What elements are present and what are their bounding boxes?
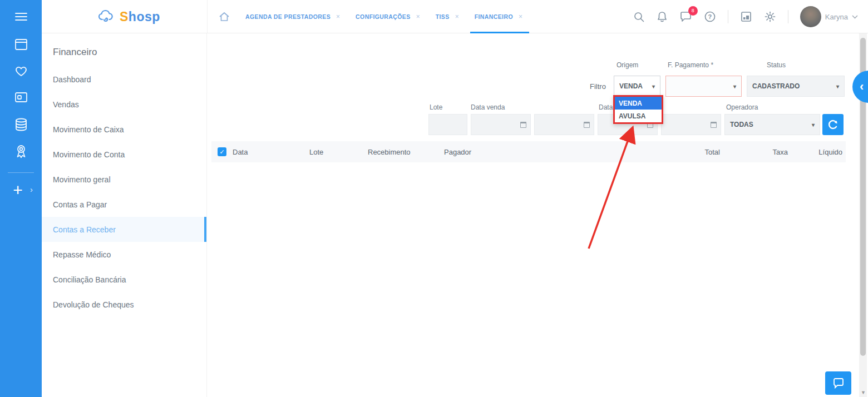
operadora-value: TODAS xyxy=(730,121,753,128)
close-icon[interactable]: × xyxy=(455,13,459,21)
origem-label: Origem xyxy=(617,61,638,69)
f-pagamento-label: F. Pagamento * xyxy=(668,61,713,69)
rail-divider xyxy=(8,172,34,173)
agenda-calendar-icon[interactable] xyxy=(0,35,42,54)
notifications-bell-icon[interactable] xyxy=(657,11,668,23)
operadora-label: Operadora xyxy=(726,103,758,111)
sidebar-item-conciliacao-bancaria[interactable]: Conciliação Bancária xyxy=(42,267,206,292)
topbar-actions: 8 ? Karyna xyxy=(633,0,858,33)
tab-label: AGENDA DE PRESTADORES xyxy=(245,13,331,20)
award-badge-icon[interactable] xyxy=(0,141,42,162)
tab-label: FINANCEIRO xyxy=(475,13,513,20)
column-header-liquido[interactable]: Líquido xyxy=(788,148,846,156)
operadora-select[interactable]: TODAS ▾ xyxy=(724,114,820,135)
heart-icon[interactable] xyxy=(0,61,42,80)
chat-badge: 8 xyxy=(688,6,698,16)
chat-messages-icon[interactable]: 8 xyxy=(679,11,692,23)
collapse-left-icon: ‹ xyxy=(860,80,864,94)
tab-financeiro[interactable]: FINANCEIRO × xyxy=(468,0,529,33)
reports-icon[interactable] xyxy=(740,11,752,23)
sidebar-item-contas-a-pagar[interactable]: Contas a Pagar xyxy=(42,192,206,217)
hamburger-menu-icon[interactable] xyxy=(0,8,42,26)
lote-label: Lote xyxy=(430,103,442,111)
tab-configuracoes[interactable]: CONFIGURAÇÕES × xyxy=(349,0,427,33)
origem-value: VENDA xyxy=(619,82,643,90)
tab-bar: AGENDA DE PRESTADORES × CONFIGURAÇÕES × … xyxy=(219,0,529,33)
help-icon[interactable]: ? xyxy=(704,11,716,23)
topbar: Shosp AGENDA DE PRESTADORES × CONFIGURAÇ… xyxy=(42,0,868,33)
avatar[interactable] xyxy=(800,6,821,27)
sidebar-item-contas-a-receber[interactable]: Contas a Receber xyxy=(42,217,206,242)
coins-stack-icon[interactable] xyxy=(0,115,42,135)
help-glyph: ? xyxy=(708,13,712,20)
divider xyxy=(728,10,728,23)
origem-dropdown-annotated: VENDA AVULSA xyxy=(613,95,663,124)
support-chat-button[interactable] xyxy=(825,371,851,395)
sidebar-item-movimento-de-caixa[interactable]: Movimento de Caixa xyxy=(42,117,206,142)
column-header-taxa[interactable]: Taxa xyxy=(720,148,788,156)
add-button[interactable]: + xyxy=(4,179,31,201)
sidebar-item-repasse-medico[interactable]: Repasse Médico xyxy=(42,242,206,267)
origem-select[interactable]: VENDA ▾ xyxy=(614,76,660,97)
data-venda-label: Data venda xyxy=(471,103,505,111)
main-content: Origem F. Pagamento * Status Filtro VEND… xyxy=(207,33,868,397)
sidebar-item-vendas[interactable]: Vendas xyxy=(42,92,206,117)
logo-text: Shosp xyxy=(120,9,160,24)
f-pagamento-select[interactable]: ▾ xyxy=(665,76,742,97)
close-icon[interactable]: × xyxy=(519,13,522,21)
column-header-data[interactable]: Data xyxy=(233,148,309,156)
column-header-lote[interactable]: Lote xyxy=(309,148,368,156)
divider xyxy=(788,10,788,23)
data-venda-start-input[interactable] xyxy=(471,114,531,135)
sidebar-item-movimento-geral[interactable]: Movimento geral xyxy=(42,167,206,192)
tab-tiss[interactable]: TISS × xyxy=(429,0,466,33)
tab-agenda-de-prestadores[interactable]: AGENDA DE PRESTADORES × xyxy=(239,0,347,33)
dropdown-option-venda[interactable]: VENDA xyxy=(615,97,662,110)
caret-down-icon: ▾ xyxy=(652,83,655,90)
data-venda-end-input[interactable] xyxy=(534,114,594,135)
collapse-panel-button[interactable]: ‹ xyxy=(852,71,868,103)
tab-label: TISS xyxy=(436,13,450,20)
tab-label: CONFIGURAÇÕES xyxy=(356,13,411,20)
calendar-icon xyxy=(711,122,717,128)
sidebar-title: Financeiro xyxy=(42,33,206,67)
filtro-label: Filtro xyxy=(590,82,606,91)
finance-sidebar: Financeiro Dashboard Vendas Movimento de… xyxy=(42,33,207,397)
data-pagamento-label: Data xyxy=(599,103,613,111)
lote-input[interactable] xyxy=(428,114,467,135)
user-menu[interactable]: Karyna xyxy=(800,6,858,27)
icon-rail: + › xyxy=(0,0,42,397)
status-value: CADASTRADO xyxy=(752,82,800,90)
calendar-icon xyxy=(520,122,526,128)
annotation-arrow xyxy=(569,117,652,256)
topbar-divider xyxy=(207,0,208,33)
caret-down-icon: ▾ xyxy=(812,122,815,128)
sidebar-item-dashboard[interactable]: Dashboard xyxy=(42,67,206,92)
column-header-recebimento[interactable]: Recebimento xyxy=(368,148,444,156)
column-header-total[interactable]: Total xyxy=(658,148,720,156)
card-payment-icon[interactable] xyxy=(0,88,42,107)
caret-down-icon: ▾ xyxy=(733,83,736,90)
caret-down-icon: ▾ xyxy=(836,83,839,90)
app-window: + › Shosp AGENDA DE PRESTADORES × CONFIG… xyxy=(0,0,868,397)
settings-gear-icon[interactable] xyxy=(764,11,776,23)
close-icon[interactable]: × xyxy=(416,13,420,21)
shosp-logo[interactable]: Shosp xyxy=(97,7,160,27)
scrollbar-down-arrow[interactable]: ▼ xyxy=(861,390,866,395)
chevron-down-icon xyxy=(852,15,858,19)
column-header-pagador[interactable]: Pagador xyxy=(444,148,658,156)
sidebar-item-movimento-de-conta[interactable]: Movimento de Conta xyxy=(42,142,206,167)
cloud-logo-icon xyxy=(97,8,116,25)
chevron-right-icon[interactable]: › xyxy=(30,185,33,194)
table-header-row: ✓ Data Lote Recebimento Pagador Total Ta… xyxy=(211,141,846,162)
search-icon[interactable] xyxy=(633,11,645,23)
sidebar-item-devolucao-de-cheques[interactable]: Devolução de Cheques xyxy=(42,292,206,317)
close-icon[interactable]: × xyxy=(336,13,340,21)
select-all-checkbox[interactable]: ✓ xyxy=(218,147,226,156)
calendar-icon xyxy=(584,122,590,128)
dropdown-option-avulsa[interactable]: AVULSA xyxy=(615,110,662,122)
data-pagamento-end-input[interactable] xyxy=(661,114,721,135)
status-select[interactable]: CADASTRADO ▾ xyxy=(747,76,845,97)
home-icon[interactable] xyxy=(219,12,230,22)
refresh-button[interactable] xyxy=(822,114,844,135)
